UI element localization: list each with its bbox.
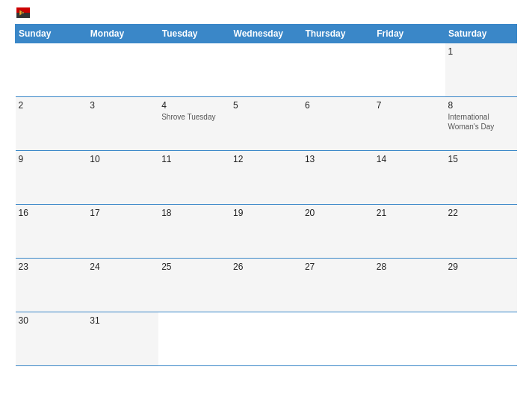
- calendar-cell: 18: [158, 205, 230, 259]
- calendar-cell: 25: [158, 259, 230, 312]
- cell-date-number: 20: [305, 208, 371, 218]
- day-header-friday: Friday: [374, 25, 445, 43]
- cell-date-number: 13: [305, 154, 371, 164]
- calendar-cell: [158, 312, 230, 366]
- calendar-cell: 4Shrove Tuesday: [158, 97, 230, 151]
- day-header-tuesday: Tuesday: [158, 25, 230, 43]
- cell-date-number: 1: [448, 46, 514, 57]
- calendar-cell: 6: [302, 97, 374, 151]
- calendar-cell: 12: [230, 151, 302, 205]
- cell-date-number: 19: [233, 208, 299, 218]
- calendar-cell: 26: [230, 259, 302, 312]
- cell-date-number: 28: [377, 262, 442, 272]
- calendar-cell: [230, 43, 302, 97]
- calendar-week-row: 3031: [16, 312, 517, 366]
- calendar-cell: 31: [87, 312, 158, 366]
- header: [15, 7, 517, 18]
- logo: [15, 7, 30, 18]
- calendar-cell: 8International Woman's Day: [445, 97, 517, 151]
- calendar-cell: 21: [374, 205, 445, 259]
- calendar-table: SundayMondayTuesdayWednesdayThursdayFrid…: [15, 24, 517, 366]
- cell-date-number: 14: [377, 154, 442, 164]
- calendar-cell: 13: [302, 151, 374, 205]
- calendar-cell: [302, 43, 374, 97]
- cell-date-number: 6: [305, 100, 371, 111]
- cell-date-number: 10: [90, 154, 155, 164]
- calendar-cell: 27: [302, 259, 374, 312]
- cell-date-number: 3: [90, 100, 155, 111]
- calendar-cell: [445, 312, 517, 366]
- calendar-cell: 10: [87, 151, 158, 205]
- calendar-cell: 22: [445, 205, 517, 259]
- cell-event-label: International Woman's Day: [448, 112, 514, 132]
- cell-date-number: 21: [377, 208, 442, 218]
- calendar-cell: 30: [16, 312, 87, 366]
- day-header-saturday: Saturday: [445, 25, 517, 43]
- svg-rect-1: [16, 13, 30, 18]
- calendar-cell: [302, 312, 374, 366]
- cell-date-number: 29: [448, 262, 514, 272]
- calendar-cell: 15: [445, 151, 517, 205]
- cell-date-number: 22: [448, 208, 514, 218]
- calendar-page: SundayMondayTuesdayWednesdayThursdayFrid…: [0, 0, 532, 411]
- calendar-week-row: 16171819202122: [16, 205, 517, 259]
- calendar-cell: 5: [230, 97, 302, 151]
- calendar-header-row: SundayMondayTuesdayWednesdayThursdayFrid…: [16, 25, 517, 43]
- cell-date-number: 17: [90, 208, 155, 218]
- cell-date-number: 30: [19, 315, 84, 326]
- day-header-wednesday: Wednesday: [230, 25, 302, 43]
- cell-date-number: 5: [233, 100, 299, 111]
- calendar-cell: 20: [302, 205, 374, 259]
- day-header-monday: Monday: [87, 25, 158, 43]
- calendar-cell: [87, 43, 158, 97]
- calendar-week-row: 9101112131415: [16, 151, 517, 205]
- calendar-cell: [374, 43, 445, 97]
- cell-date-number: 25: [161, 262, 227, 272]
- svg-rect-0: [16, 7, 30, 13]
- calendar-cell: 23: [16, 259, 87, 312]
- calendar-cell: [16, 43, 87, 97]
- calendar-cell: 11: [158, 151, 230, 205]
- calendar-week-row: 234Shrove Tuesday5678International Woman…: [16, 97, 517, 151]
- calendar-cell: 14: [374, 151, 445, 205]
- calendar-cell: 29: [445, 259, 517, 312]
- calendar-cell: 24: [87, 259, 158, 312]
- calendar-cell: 19: [230, 205, 302, 259]
- calendar-cell: 28: [374, 259, 445, 312]
- cell-date-number: 15: [448, 154, 514, 164]
- calendar-cell: [158, 43, 230, 97]
- day-header-sunday: Sunday: [16, 25, 87, 43]
- cell-date-number: 16: [19, 208, 84, 218]
- calendar-cell: 7: [374, 97, 445, 151]
- cell-date-number: 26: [233, 262, 299, 272]
- calendar-cell: 2: [16, 97, 87, 151]
- cell-date-number: 27: [305, 262, 371, 272]
- calendar-cell: 3: [87, 97, 158, 151]
- calendar-cell: 16: [16, 205, 87, 259]
- cell-date-number: 23: [19, 262, 84, 272]
- cell-date-number: 31: [90, 315, 155, 326]
- calendar-cell: 1: [445, 43, 517, 97]
- day-header-thursday: Thursday: [302, 25, 374, 43]
- cell-event-label: Shrove Tuesday: [161, 112, 227, 122]
- cell-date-number: 7: [377, 100, 442, 111]
- cell-date-number: 8: [448, 100, 514, 111]
- cell-date-number: 4: [161, 100, 227, 111]
- calendar-week-row: 1: [16, 43, 517, 97]
- calendar-week-row: 23242526272829: [16, 259, 517, 312]
- calendar-cell: [230, 312, 302, 366]
- logo-blue-text: [15, 7, 30, 18]
- cell-date-number: 11: [161, 154, 227, 164]
- calendar-cell: 9: [16, 151, 87, 205]
- cell-date-number: 2: [19, 100, 84, 111]
- logo-flag-icon: [16, 7, 30, 18]
- cell-date-number: 18: [161, 208, 227, 218]
- cell-date-number: 12: [233, 154, 299, 164]
- calendar-cell: [374, 312, 445, 366]
- cell-date-number: 24: [90, 262, 155, 272]
- calendar-cell: 17: [87, 205, 158, 259]
- cell-date-number: 9: [19, 154, 84, 164]
